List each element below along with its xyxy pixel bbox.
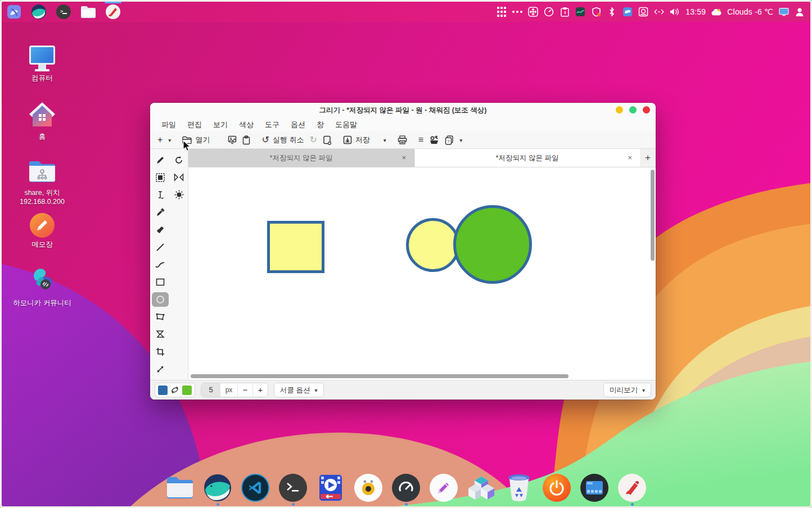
desktop-icon-community[interactable]: 하모니카 커뮤니티 xyxy=(8,265,76,308)
overflow-dots-icon[interactable] xyxy=(512,7,522,17)
tool-crop[interactable] xyxy=(152,344,169,359)
dock-display-settings[interactable] xyxy=(580,473,609,502)
export-button[interactable] xyxy=(320,134,335,146)
menu-window[interactable]: 창 xyxy=(311,118,330,131)
weather-text[interactable]: Clouds -6 ℃ xyxy=(727,7,773,16)
minimize-button[interactable] xyxy=(616,106,623,114)
terminal-icon[interactable]: > xyxy=(56,4,71,20)
increase-width-button[interactable]: + xyxy=(252,383,268,397)
undo-button[interactable]: ↺ 실행 취소 xyxy=(259,134,306,146)
gauge-icon[interactable] xyxy=(544,7,554,17)
tools-button[interactable] xyxy=(426,134,442,146)
app-grid-icon[interactable] xyxy=(497,7,507,17)
tool-select[interactable] xyxy=(152,170,169,185)
save-menu-button[interactable]: ▾ xyxy=(381,136,389,144)
tool-freeshape[interactable] xyxy=(152,327,169,342)
redo-button[interactable]: ↻ xyxy=(306,134,319,146)
paste-button[interactable] xyxy=(240,134,253,146)
tool-line[interactable] xyxy=(152,240,169,255)
desktop-icon-computer[interactable]: 컴퓨터 xyxy=(8,46,76,83)
primary-color-swatch[interactable] xyxy=(158,385,168,395)
circle-options-dropdown[interactable]: 서클 옵션 ▾ xyxy=(274,383,324,397)
new-image-menu-button[interactable]: ▾ xyxy=(165,136,174,144)
dock-whale-browser[interactable] xyxy=(203,473,232,502)
tool-circle[interactable] xyxy=(152,292,169,307)
tab-unsaved-2[interactable]: *저장되지 않은 파일 × xyxy=(414,149,640,167)
save-button[interactable]: 저장 xyxy=(340,134,373,146)
clock[interactable]: 13:59 xyxy=(685,7,706,16)
bluetooth-icon[interactable] xyxy=(607,7,617,17)
menu-tools[interactable]: 도구 xyxy=(259,118,285,131)
dock-system-monitor[interactable] xyxy=(391,473,421,502)
dock-trash[interactable] xyxy=(504,473,534,502)
desktop-icon-notepad[interactable]: 메모장 xyxy=(8,213,76,250)
tool-polygon[interactable] xyxy=(152,310,169,324)
menu-view[interactable]: 보기 xyxy=(207,118,233,131)
tab-unsaved-1[interactable]: *저장되지 않은 파일 × xyxy=(188,149,414,167)
dock-notes[interactable] xyxy=(429,473,458,502)
chevron-down-icon: ▾ xyxy=(642,387,645,393)
secondary-color-swatch[interactable] xyxy=(182,385,192,395)
dock-vscode[interactable] xyxy=(241,473,270,502)
scale-icon xyxy=(156,365,165,374)
new-image-button[interactable]: + xyxy=(155,134,165,146)
tab-close-icon[interactable]: × xyxy=(402,153,406,162)
menu-edit[interactable]: 편집 xyxy=(182,118,207,131)
tool-brightness[interactable] xyxy=(170,188,187,202)
tool-flip[interactable] xyxy=(170,170,187,185)
dock-media-recorder[interactable] xyxy=(354,473,383,502)
display-icon[interactable] xyxy=(779,7,789,17)
vertical-scrollbar[interactable] xyxy=(651,170,655,261)
help-pages-button[interactable]: ,? xyxy=(442,134,457,146)
line-width-value[interactable]: 5 xyxy=(201,383,220,397)
desktop-icon-home[interactable]: 홈 xyxy=(8,101,76,142)
menu-options[interactable]: 옵션 xyxy=(285,118,311,131)
dock-video-downloader[interactable] xyxy=(316,473,345,502)
tool-curve[interactable] xyxy=(152,257,169,272)
tool-fill[interactable] xyxy=(152,223,169,237)
drawing-app-icon[interactable] xyxy=(105,4,121,20)
clipboard-icon[interactable] xyxy=(560,7,570,17)
dock-file-manager[interactable] xyxy=(165,473,195,502)
tab-close-icon[interactable]: × xyxy=(628,153,632,162)
move-icon[interactable] xyxy=(528,7,538,17)
tool-scale[interactable] xyxy=(152,362,169,377)
drawing-canvas[interactable] xyxy=(188,167,656,380)
messenger-icon[interactable] xyxy=(622,7,633,17)
file-manager-icon[interactable] xyxy=(80,4,96,20)
decrease-width-button[interactable]: − xyxy=(237,383,252,397)
tool-color-picker[interactable] xyxy=(152,205,169,220)
wave-app-icon[interactable] xyxy=(575,7,585,17)
network-icon[interactable] xyxy=(654,7,664,17)
preview-dropdown[interactable]: 미리보기 ▾ xyxy=(603,383,651,397)
dock-drawing-app[interactable] xyxy=(617,473,647,502)
new-tab-button[interactable]: + xyxy=(640,149,656,167)
shield-icon[interactable] xyxy=(591,7,601,17)
close-button[interactable] xyxy=(643,106,650,114)
desktop-icon-share[interactable]: share, 위치 192.168.0.200 xyxy=(8,159,76,206)
volume-icon[interactable] xyxy=(670,7,680,17)
reload-image-button[interactable] xyxy=(225,134,240,146)
whale-browser-icon[interactable] xyxy=(31,4,47,20)
tool-pencil[interactable] xyxy=(152,153,169,167)
dock-package-manager[interactable] xyxy=(467,473,496,502)
menu-help[interactable]: 도움말 xyxy=(330,118,363,131)
toolbar-overflow-button[interactable]: ▾ xyxy=(457,136,465,144)
tool-rectangle[interactable] xyxy=(152,275,169,289)
dock-power[interactable] xyxy=(542,473,571,502)
swap-colors-icon[interactable] xyxy=(170,385,179,394)
tool-text[interactable] xyxy=(152,188,169,202)
maximize-button[interactable] xyxy=(629,106,637,114)
properties-button[interactable]: ≡ xyxy=(416,134,426,146)
scanner-icon[interactable] xyxy=(638,7,648,17)
save-icon xyxy=(343,135,352,144)
hamonikr-menu-icon[interactable] xyxy=(6,4,22,20)
dock-terminal[interactable] xyxy=(278,473,308,502)
menu-file[interactable]: 파일 xyxy=(156,118,182,131)
user-icon[interactable] xyxy=(795,7,805,17)
tool-rotate[interactable] xyxy=(170,153,187,167)
titlebar[interactable]: 그리기 - *저장되지 않은 파일 - 원 - 채워짐 (보조 색상) xyxy=(150,103,656,117)
print-button[interactable] xyxy=(395,134,410,146)
horizontal-scrollbar[interactable] xyxy=(191,374,569,378)
menu-colors[interactable]: 색상 xyxy=(233,118,259,131)
